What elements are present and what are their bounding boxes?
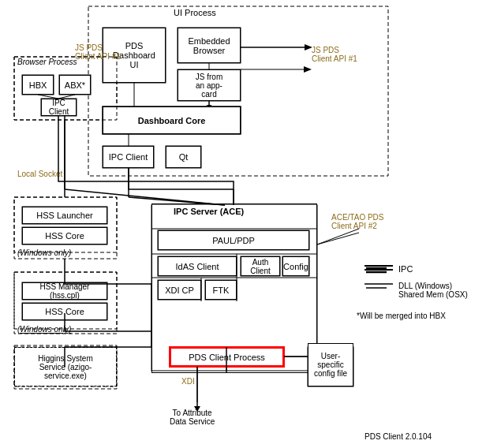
browser-process-label: Browser Process [17,58,77,66]
windows-only1-label: (Windows only) [17,248,71,257]
idas-client-box: IdAS Client [158,256,237,276]
hss-manager-box: HSS Manager (hss.cpl) [22,282,107,300]
dll-legend-label: DLL (Windows) Shared Mem (OSX) [398,282,468,299]
embedded-browser-box: Embedded Browser [178,28,241,63]
js-pds-api1-label: JS PDS Client API #1 [75,43,121,61]
ipc-server-label: IPC Server (ACE) [174,207,244,216]
svg-line-44 [317,229,359,245]
higgins-service-box: Higgins System Service (azigo- service.e… [14,347,117,386]
svg-marker-46 [304,66,312,73]
xdi-cp-box: XDI CP [158,280,201,300]
local-socket-label: Local Socket [17,170,62,178]
ui-process-label: UI Process [174,8,216,17]
ace-tao-label: ACE/TAO PDS Client API #2 [331,213,384,230]
hss-core2-box: HSS Core [22,303,107,320]
svg-rect-14 [14,272,117,329]
svg-line-35 [65,189,225,205]
auth-client-box: Auth Client [241,256,280,276]
ftk-box: FTK [205,280,237,300]
ipc-legend-label: IPC [398,264,413,274]
pds-client-process-box: PDS Client Process [170,347,284,367]
js-from-appcard-box: JS from an app- card [178,69,241,101]
ipc-client-browser-box: IPC Client [41,99,77,116]
windows-only2-label: (Windows only) [17,325,71,334]
svg-line-37 [129,197,225,205]
config-box: Config [282,256,309,276]
dashboard-core-box: Dashboard Core [103,106,241,134]
hbx-box: HBX [22,75,54,95]
architecture-diagram: UI Process PDS Dashboard UI Embedded Bro… [0,0,486,448]
to-attribute-label: To Attribute Data Service [170,409,215,426]
xdi-label: XDI [181,377,195,386]
qt-box: Qt [166,146,201,168]
hss-core1-box: HSS Core [22,227,107,245]
paul-pdp-box: PAUL/PDP [158,230,309,250]
merged-note-label: *Will be merged into HBX [357,312,446,320]
hss-launcher-box: HSS Launcher [22,207,107,224]
ipc-client-ui-box: IPC Client [103,146,154,168]
version-label: PDS Client 2.0.104 [364,432,432,441]
js-pds-api1-top-label: JS PDS Client API #1 [312,46,357,63]
abx-box: ABX* [59,75,91,95]
user-config-file-box: User- specific config file [308,343,353,386]
